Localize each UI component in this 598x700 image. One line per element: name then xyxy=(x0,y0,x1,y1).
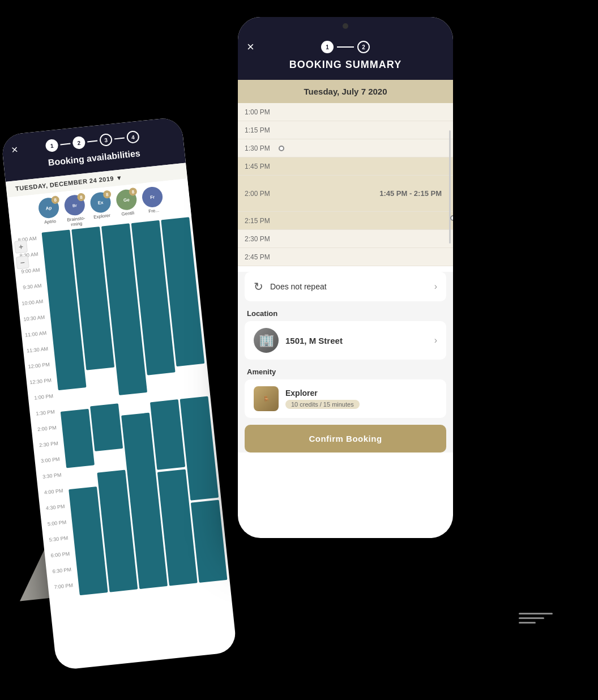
step-line-3 xyxy=(114,138,125,140)
step-2: 2 xyxy=(72,136,86,150)
zoom-in-button[interactable]: + xyxy=(14,240,28,254)
amenity-row[interactable]: 🪑 Explorer 10 credits / 15 minutes xyxy=(245,379,446,418)
selected-time-range: 1:45 PM - 2:15 PM xyxy=(379,189,442,198)
booking-date: Tuesday, July 7 2020 xyxy=(238,80,453,103)
bottom-drag-handle[interactable] xyxy=(450,215,453,221)
front-step-1: 1 xyxy=(321,41,334,53)
resource-gentili[interactable]: Ge 8 Gentili xyxy=(114,189,141,223)
lower-content: ↻ Does not repeat › Location 🏢 1501, M S… xyxy=(238,272,453,453)
time-slot-230pm: 2:30 PM xyxy=(238,230,453,248)
step-3: 3 xyxy=(99,133,113,147)
time-slot-1pm: 1:00 PM xyxy=(238,103,453,121)
time-slot-215pm[interactable]: 2:15 PM xyxy=(238,212,453,230)
phone-notch xyxy=(238,17,453,35)
repeat-label: Does not repeat xyxy=(270,282,428,291)
front-close-button[interactable]: × xyxy=(247,40,254,54)
location-section-title: Location xyxy=(238,307,453,321)
resource-free[interactable]: Fr Fre... xyxy=(139,186,166,220)
amenity-name: Explorer xyxy=(285,389,437,398)
time-slot-145pm[interactable]: 1:45 PM xyxy=(238,157,453,176)
step-1: 1 xyxy=(45,139,58,152)
step-4: 4 xyxy=(126,130,140,144)
resource-explorer[interactable]: Ex 8 Explorer xyxy=(88,191,115,225)
camera xyxy=(343,23,348,29)
step-line-1 xyxy=(60,143,70,146)
resource-brainstorming[interactable]: Br 8 Brainsto-rming xyxy=(62,194,89,228)
amenity-section-title: Amenity xyxy=(238,365,453,379)
time-slot-245pm: 2:45 PM xyxy=(238,248,453,266)
front-step-2: 2 xyxy=(357,41,370,53)
location-name: 1501, M Street xyxy=(285,336,428,345)
confirm-booking-button[interactable]: Confirm Booking xyxy=(245,425,446,453)
amenity-thumbnail: 🪑 xyxy=(254,386,279,411)
timeline: + − 8:00 AM 8:30 AM 9:00 AM 9:30 AM 10:0… xyxy=(11,217,230,599)
repeat-icon: ↻ xyxy=(254,280,263,293)
front-header: × 1 2 BOOKING SUMMARY xyxy=(238,35,453,80)
repeat-chevron-icon: › xyxy=(434,281,437,292)
repeat-row[interactable]: ↻ Does not repeat › xyxy=(245,272,446,301)
zoom-out-button[interactable]: − xyxy=(16,255,29,269)
back-close-button[interactable]: × xyxy=(11,143,19,156)
amenity-credits: 10 credits / 15 minutes xyxy=(285,400,360,409)
front-phone: × 1 2 BOOKING SUMMARY Tuesday, July 7 20… xyxy=(238,17,453,538)
scroll-indicator[interactable] xyxy=(449,130,451,244)
front-steps: 1 2 xyxy=(247,41,444,53)
location-chevron-icon: › xyxy=(434,335,437,345)
building-icon: 🏢 xyxy=(254,328,279,353)
time-slots-container: 1:00 PM 1:15 PM 1:30 PM 1:45 PM 2:00 PM xyxy=(238,103,453,266)
resource-aptrio[interactable]: Ap 8 Aptrio xyxy=(36,197,63,231)
time-slot-115pm: 1:15 PM xyxy=(238,121,453,139)
location-row[interactable]: 🏢 1501, M Street › xyxy=(245,321,446,360)
step-line-2 xyxy=(87,140,97,143)
amenity-info: Explorer 10 credits / 15 minutes xyxy=(285,389,437,409)
time-slot-2pm[interactable]: 2:00 PM 1:45 PM - 2:15 PM xyxy=(238,176,453,212)
deco-lines xyxy=(519,613,553,626)
time-slot-130pm: 1:30 PM xyxy=(238,139,453,157)
front-title: BOOKING SUMMARY xyxy=(247,59,444,71)
location-thumbnail: 🏢 xyxy=(254,328,279,353)
front-step-line xyxy=(337,46,354,48)
top-drag-handle[interactable] xyxy=(279,146,284,151)
